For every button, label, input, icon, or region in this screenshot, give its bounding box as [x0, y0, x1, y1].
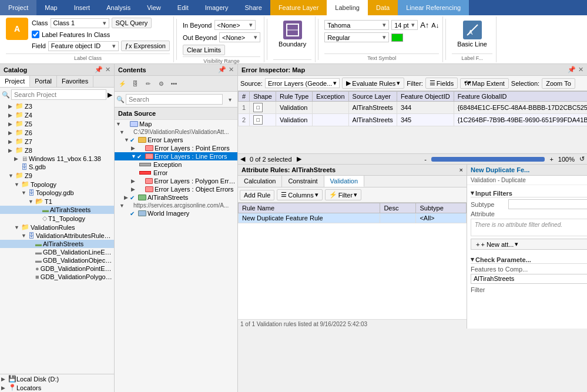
tab-share[interactable]: Share [237, 0, 270, 15]
basic-line-btn[interactable]: A Basic Line [452, 18, 492, 51]
list-item[interactable]: ▼✔ Error Layers [115, 136, 237, 144]
table-row[interactable]: 1 □ Validation AlTirahStreets 344 {68484… [239, 102, 588, 114]
ndf-collapse-icon2[interactable]: ▾ [471, 256, 474, 263]
list-item[interactable]: ▼ C:\Z9\ValidationRules\ValidationAtt... [115, 128, 237, 136]
filter-btn[interactable]: ⚡ Filter ▾ [325, 189, 361, 200]
columns-btn[interactable]: ☰ Columns ▾ [277, 189, 322, 200]
list-item[interactable]: ✔ World Imagery [115, 209, 237, 217]
ei-pin-icon[interactable]: 📌 [568, 66, 576, 73]
list-item[interactable]: ▶📁Z4 [0, 110, 114, 119]
ndf-add-attr-btn[interactable]: + + New att... ▾ [471, 239, 587, 250]
list-item[interactable]: ▬AlTirahStreets [0, 206, 114, 214]
contents-pin-icon[interactable]: 📌 [218, 66, 226, 73]
list-item[interactable]: ▼ Map [115, 120, 237, 128]
list-item[interactable]: ▼📂T1 [0, 197, 114, 206]
add-rule-btn[interactable]: Add Rule [240, 190, 274, 200]
tab-map[interactable]: Map [36, 0, 65, 15]
list-item[interactable]: ●GDB_ValidationPointErr... [0, 264, 114, 273]
ndf-collapse-icon[interactable]: ▾ [471, 189, 474, 197]
tab-analysis[interactable]: Analysis [98, 0, 139, 15]
contents-search-menu-btn[interactable]: ▾ [224, 93, 236, 105]
evaluate-rules-btn[interactable]: ▶ Evaluate Rules ▾ [342, 78, 404, 89]
list-item[interactable]: ▼📁Z9 [0, 171, 114, 180]
catalog-tab-portal[interactable]: Portal [30, 76, 57, 87]
list-item[interactable]: 🗄S.gdb [0, 163, 114, 171]
list-item[interactable]: ▬GDB_ValidationLineErro... [0, 248, 114, 256]
contents-datasource-btn[interactable]: 🗄 [129, 78, 141, 89]
tab-view[interactable]: View [139, 0, 169, 15]
ei-nav-next[interactable]: ▶ [297, 155, 301, 163]
list-item[interactable]: ▶📁Z7 [0, 137, 114, 146]
catalog-tab-project[interactable]: Project [0, 76, 30, 87]
clear-limits-btn[interactable]: Clear Limits [183, 45, 225, 55]
refresh-btn[interactable]: ↺ [579, 155, 585, 163]
catalog-tab-favorites[interactable]: Favorites [57, 76, 93, 87]
expression-btn[interactable]: ƒx Expression [121, 41, 170, 51]
tab-linear-referencing[interactable]: Linear Referencing [398, 0, 469, 15]
tab-constraint[interactable]: Constraint [282, 176, 324, 187]
zoom-slider[interactable] [431, 157, 545, 162]
ndf-features-dropdown[interactable]: AlTirahStreets [471, 274, 587, 284]
list-item[interactable]: ▶📁Z5 [0, 119, 114, 128]
list-item[interactable]: ▬GDB_ValidationObjectE... [0, 256, 114, 264]
font-size-dropdown[interactable]: 14 pt [391, 20, 418, 30]
list-item[interactable]: ▶📁Z8 [0, 146, 114, 155]
ei-close-icon[interactable]: ✕ [578, 66, 583, 73]
list-item[interactable]: ◇T1_Topology [0, 214, 114, 223]
catalog-search-go-icon[interactable]: ▶ [108, 91, 112, 99]
ar-close-btn[interactable]: × [459, 166, 463, 173]
tab-labeling[interactable]: Labeling [327, 0, 368, 15]
source-dropdown[interactable]: Error Layers (Geode... [265, 78, 340, 88]
tab-edit[interactable]: Edit [169, 0, 197, 15]
fields-btn[interactable]: ☰ Fields [425, 78, 458, 89]
table-row[interactable]: 2 □ Validation AlTirahStreets 345 {1C264… [239, 114, 588, 126]
list-item[interactable]: ▼ https://services.arcgisonline.com/A... [115, 202, 237, 209]
field-dropdown[interactable]: Feature object ID [48, 41, 119, 51]
list-item[interactable]: ▶✔ AlTirahStreets [115, 193, 237, 202]
font-style-dropdown[interactable]: Regular [324, 32, 389, 42]
font-name-dropdown[interactable]: Tahoma [324, 20, 389, 30]
table-row[interactable]: New Duplicate Feature Rule <All> [239, 213, 467, 223]
list-item[interactable]: ▼🗄Topology.gdb [0, 189, 114, 197]
list-item[interactable]: ▶ Error Layers : Point Errors [115, 144, 237, 152]
ei-nav-prev[interactable]: ◀ [240, 155, 245, 163]
label-features-checkbox[interactable] [32, 31, 39, 38]
color-swatch[interactable] [391, 33, 403, 42]
class-dropdown[interactable]: Class 1 [51, 18, 109, 28]
contents-filter-btn[interactable]: ⚡ [116, 78, 128, 89]
list-item[interactable]: ▶💾Local Disk (D:) [0, 374, 114, 383]
in-beyond-dropdown[interactable]: <None> [214, 20, 256, 30]
tab-calculation[interactable]: Calculation [238, 176, 282, 187]
list-item[interactable]: ▶ Error Layers : Polygon Errors [115, 177, 237, 185]
catalog-close-icon[interactable]: ✕ [105, 66, 110, 73]
tab-validation[interactable]: Validation [324, 176, 365, 187]
list-item[interactable]: ▶📁Z6 [0, 128, 114, 137]
contents-search-input[interactable] [126, 94, 223, 105]
tab-insert[interactable]: Insert [66, 0, 99, 15]
list-item[interactable]: ▶🖥Windows 11_vbox 6.1.38 [0, 155, 114, 163]
map-extent-btn[interactable]: 🗺 Map Extent [460, 78, 509, 89]
label-button[interactable]: A [6, 18, 28, 40]
list-item[interactable]: ▼🗄ValidationAttributesRules.s... [0, 232, 114, 240]
catalog-pin-icon[interactable]: 📌 [95, 66, 103, 73]
increase-font-btn[interactable]: A↑ [420, 21, 429, 29]
boundary-btn[interactable]: Boundary [273, 18, 311, 51]
tab-project[interactable]: Project [0, 0, 36, 15]
zoom-to-btn[interactable]: Zoom To [542, 78, 575, 89]
list-item[interactable]: ▼📁ValidationRules [0, 223, 114, 232]
sql-query-btn[interactable]: SQL Query [112, 18, 152, 28]
ndf-subtype-dropdown[interactable] [508, 199, 587, 209]
contents-more-btn[interactable]: ••• [168, 78, 180, 89]
catalog-search-input[interactable] [11, 89, 106, 100]
list-item[interactable]: ▼✔ Error Layers : Line Errors [115, 152, 237, 160]
tab-imagery[interactable]: Imagery [197, 0, 237, 15]
contents-edit-btn[interactable]: ✏ [142, 78, 154, 89]
list-item[interactable]: ▼📁Topology [0, 180, 114, 189]
list-item[interactable]: ■GDB_ValidationPolygon... [0, 273, 114, 281]
tab-data[interactable]: Data [368, 0, 398, 15]
list-item[interactable]: ▶📁Z3 [0, 102, 114, 110]
list-item[interactable]: ▶ Error Layers : Object Errors [115, 185, 237, 193]
tab-feature-layer[interactable]: Feature Layer [270, 0, 327, 15]
contents-close-icon[interactable]: ✕ [229, 66, 234, 73]
list-item[interactable]: ▶📍Locators [0, 383, 114, 392]
